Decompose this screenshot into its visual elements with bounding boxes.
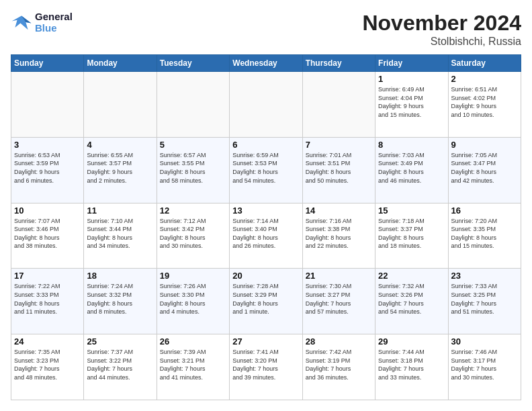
day-info: Sunrise: 7:20 AM Sunset: 3:35 PM Dayligh… xyxy=(451,217,518,250)
table-row xyxy=(11,72,84,138)
day-info: Sunrise: 7:26 AM Sunset: 3:30 PM Dayligh… xyxy=(160,282,226,316)
day-number: 3 xyxy=(14,140,81,150)
day-info: Sunrise: 7:35 AM Sunset: 3:23 PM Dayligh… xyxy=(14,348,81,381)
table-row: 19Sunrise: 7:26 AM Sunset: 3:30 PM Dayli… xyxy=(157,269,229,334)
table-row: 3Sunrise: 6:53 AM Sunset: 3:59 PM Daylig… xyxy=(11,137,84,203)
svg-marker-0 xyxy=(12,15,32,30)
table-row: 26Sunrise: 7:39 AM Sunset: 3:21 PM Dayli… xyxy=(157,334,229,400)
table-row: 1Sunrise: 6:49 AM Sunset: 4:04 PM Daylig… xyxy=(375,72,448,138)
day-info: Sunrise: 7:12 AM Sunset: 3:42 PM Dayligh… xyxy=(160,217,226,250)
table-row: 29Sunrise: 7:44 AM Sunset: 3:18 PM Dayli… xyxy=(375,334,448,400)
table-row: 10Sunrise: 7:07 AM Sunset: 3:46 PM Dayli… xyxy=(11,203,84,269)
table-row: 13Sunrise: 7:14 AM Sunset: 3:40 PM Dayli… xyxy=(230,203,302,269)
calendar-table: Sunday Monday Tuesday Wednesday Thursday… xyxy=(11,54,521,400)
day-info: Sunrise: 7:30 AM Sunset: 3:27 PM Dayligh… xyxy=(306,282,372,316)
col-sunday: Sunday xyxy=(11,55,84,72)
col-monday: Monday xyxy=(84,55,157,72)
day-info: Sunrise: 6:51 AM Sunset: 4:02 PM Dayligh… xyxy=(451,85,518,119)
header: General Blue November 2024 Stolbishchi, … xyxy=(11,11,521,48)
day-number: 27 xyxy=(232,336,299,347)
table-row: 5Sunrise: 6:57 AM Sunset: 3:55 PM Daylig… xyxy=(157,137,229,203)
col-wednesday: Wednesday xyxy=(230,55,302,72)
day-number: 23 xyxy=(451,271,518,281)
day-number: 20 xyxy=(232,271,299,281)
table-row: 12Sunrise: 7:12 AM Sunset: 3:42 PM Dayli… xyxy=(157,203,229,269)
day-number: 17 xyxy=(14,271,81,281)
table-row: 30Sunrise: 7:46 AM Sunset: 3:17 PM Dayli… xyxy=(448,334,521,400)
day-number: 4 xyxy=(87,140,153,150)
day-number: 9 xyxy=(451,140,518,150)
day-info: Sunrise: 6:53 AM Sunset: 3:59 PM Dayligh… xyxy=(14,151,81,185)
header-row: Sunday Monday Tuesday Wednesday Thursday… xyxy=(11,55,521,72)
day-number: 19 xyxy=(160,271,226,281)
calendar-week-row: 24Sunrise: 7:35 AM Sunset: 3:23 PM Dayli… xyxy=(11,334,521,400)
col-tuesday: Tuesday xyxy=(157,55,229,72)
day-info: Sunrise: 7:41 AM Sunset: 3:20 PM Dayligh… xyxy=(232,348,299,381)
day-info: Sunrise: 7:39 AM Sunset: 3:21 PM Dayligh… xyxy=(160,348,226,381)
month-title: November 2024 xyxy=(362,11,521,36)
table-row: 18Sunrise: 7:24 AM Sunset: 3:32 PM Dayli… xyxy=(84,269,157,334)
day-number: 25 xyxy=(87,336,153,347)
day-number: 29 xyxy=(378,336,445,347)
table-row: 6Sunrise: 6:59 AM Sunset: 3:53 PM Daylig… xyxy=(230,137,302,203)
table-row xyxy=(84,72,157,138)
table-row: 4Sunrise: 6:55 AM Sunset: 3:57 PM Daylig… xyxy=(84,137,157,203)
page: General Blue November 2024 Stolbishchi, … xyxy=(0,0,532,411)
day-number: 6 xyxy=(232,140,299,150)
day-info: Sunrise: 7:46 AM Sunset: 3:17 PM Dayligh… xyxy=(451,348,518,381)
table-row: 17Sunrise: 7:22 AM Sunset: 3:33 PM Dayli… xyxy=(11,269,84,334)
calendar-week-row: 3Sunrise: 6:53 AM Sunset: 3:59 PM Daylig… xyxy=(11,137,521,203)
table-row: 8Sunrise: 7:03 AM Sunset: 3:49 PM Daylig… xyxy=(375,137,448,203)
day-number: 30 xyxy=(451,336,518,347)
day-number: 14 xyxy=(306,205,372,216)
table-row: 9Sunrise: 7:05 AM Sunset: 3:47 PM Daylig… xyxy=(448,137,521,203)
day-number: 12 xyxy=(160,205,226,216)
table-row: 28Sunrise: 7:42 AM Sunset: 3:19 PM Dayli… xyxy=(302,334,375,400)
table-row: 14Sunrise: 7:16 AM Sunset: 3:38 PM Dayli… xyxy=(302,203,375,269)
day-number: 26 xyxy=(160,336,226,347)
day-number: 8 xyxy=(378,140,445,150)
day-number: 10 xyxy=(14,205,81,216)
table-row: 15Sunrise: 7:18 AM Sunset: 3:37 PM Dayli… xyxy=(375,203,448,269)
day-info: Sunrise: 7:14 AM Sunset: 3:40 PM Dayligh… xyxy=(232,217,299,250)
table-row: 23Sunrise: 7:33 AM Sunset: 3:25 PM Dayli… xyxy=(448,269,521,334)
table-row: 2Sunrise: 6:51 AM Sunset: 4:02 PM Daylig… xyxy=(448,72,521,138)
calendar-week-row: 17Sunrise: 7:22 AM Sunset: 3:33 PM Dayli… xyxy=(11,269,521,334)
table-row xyxy=(230,72,302,138)
day-number: 13 xyxy=(232,205,299,216)
day-info: Sunrise: 7:44 AM Sunset: 3:18 PM Dayligh… xyxy=(378,348,445,381)
table-row xyxy=(302,72,375,138)
day-info: Sunrise: 6:49 AM Sunset: 4:04 PM Dayligh… xyxy=(378,85,445,119)
table-row: 27Sunrise: 7:41 AM Sunset: 3:20 PM Dayli… xyxy=(230,334,302,400)
table-row: 16Sunrise: 7:20 AM Sunset: 3:35 PM Dayli… xyxy=(448,203,521,269)
day-info: Sunrise: 6:55 AM Sunset: 3:57 PM Dayligh… xyxy=(87,151,153,185)
day-info: Sunrise: 7:32 AM Sunset: 3:26 PM Dayligh… xyxy=(378,282,445,316)
day-number: 24 xyxy=(14,336,81,347)
calendar-week-row: 1Sunrise: 6:49 AM Sunset: 4:04 PM Daylig… xyxy=(11,72,521,138)
day-info: Sunrise: 7:37 AM Sunset: 3:22 PM Dayligh… xyxy=(87,348,153,381)
day-info: Sunrise: 7:10 AM Sunset: 3:44 PM Dayligh… xyxy=(87,217,153,250)
day-number: 1 xyxy=(378,74,445,84)
day-number: 7 xyxy=(306,140,372,150)
table-row: 22Sunrise: 7:32 AM Sunset: 3:26 PM Dayli… xyxy=(375,269,448,334)
day-info: Sunrise: 7:33 AM Sunset: 3:25 PM Dayligh… xyxy=(451,282,518,316)
location-title: Stolbishchi, Russia xyxy=(362,36,521,48)
title-block: November 2024 Stolbishchi, Russia xyxy=(362,11,521,48)
day-number: 2 xyxy=(451,74,518,84)
day-number: 11 xyxy=(87,205,153,216)
table-row: 7Sunrise: 7:01 AM Sunset: 3:51 PM Daylig… xyxy=(302,137,375,203)
day-number: 18 xyxy=(87,271,153,281)
table-row xyxy=(157,72,229,138)
table-row: 25Sunrise: 7:37 AM Sunset: 3:22 PM Dayli… xyxy=(84,334,157,400)
day-number: 5 xyxy=(160,140,226,150)
col-thursday: Thursday xyxy=(302,55,375,72)
col-saturday: Saturday xyxy=(448,55,521,72)
day-info: Sunrise: 7:24 AM Sunset: 3:32 PM Dayligh… xyxy=(87,282,153,316)
day-info: Sunrise: 7:05 AM Sunset: 3:47 PM Dayligh… xyxy=(451,151,518,185)
day-number: 15 xyxy=(378,205,445,216)
day-info: Sunrise: 7:28 AM Sunset: 3:29 PM Dayligh… xyxy=(232,282,299,316)
logo-text: General Blue xyxy=(35,11,73,34)
day-info: Sunrise: 7:42 AM Sunset: 3:19 PM Dayligh… xyxy=(306,348,372,381)
logo-icon xyxy=(11,11,32,33)
table-row: 24Sunrise: 7:35 AM Sunset: 3:23 PM Dayli… xyxy=(11,334,84,400)
